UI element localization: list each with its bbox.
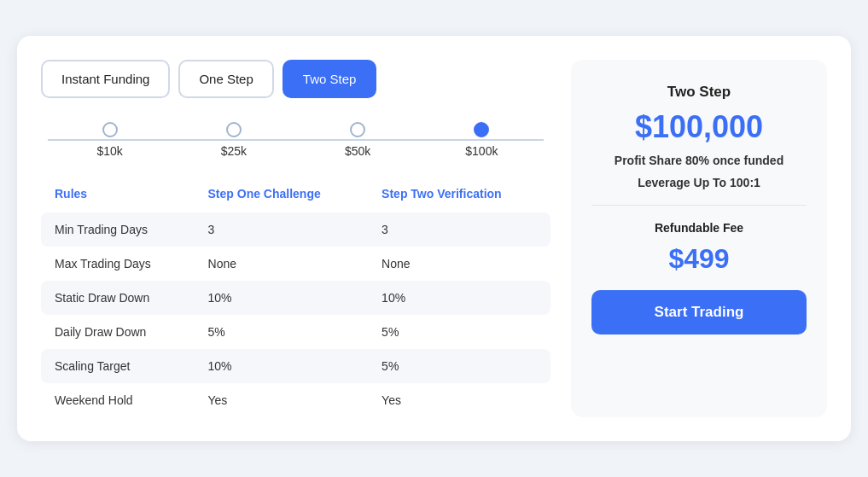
tabs-container: Instant Funding One Step Two Step	[41, 60, 551, 98]
step-one-value: 10%	[195, 349, 369, 383]
profit-share-value: 80% once funded	[685, 154, 784, 167]
rule-name: Weekend Hold	[41, 383, 195, 417]
step-one-value: Yes	[195, 383, 369, 417]
table-row: Static Draw Down 10% 10%	[41, 281, 551, 315]
col-step-two: Step Two Verification	[368, 178, 551, 212]
slider-label-100k: $100k	[465, 144, 498, 158]
table-row: Min Trading Days 3 3	[41, 212, 551, 247]
tab-instant-funding[interactable]: Instant Funding	[41, 60, 170, 98]
leverage-value: Up To 100:1	[694, 176, 760, 189]
step-two-value: 10%	[368, 281, 551, 315]
rule-name: Scaling Target	[41, 349, 195, 383]
step-one-value: None	[195, 247, 369, 281]
col-step-one: Step One Challenge	[195, 178, 369, 212]
table-row: Daily Draw Down 5% 5%	[41, 315, 551, 349]
slider-label-25k: $25k	[221, 144, 247, 158]
step-two-value: 3	[368, 212, 551, 247]
step-two-value: None	[368, 247, 551, 281]
step-two-value: 5%	[368, 349, 551, 383]
rules-table: Rules Step One Challenge Step Two Verifi…	[41, 178, 551, 417]
main-card: Instant Funding One Step Two Step $10k $…	[17, 36, 851, 441]
rule-name: Min Trading Days	[41, 212, 195, 247]
slider-item-50k[interactable]: $50k	[296, 122, 420, 158]
leverage-info: Leverage Up To 100:1	[638, 176, 760, 189]
start-trading-button[interactable]: Start Trading	[591, 290, 807, 334]
refundable-label: Refundable Fee	[655, 221, 743, 235]
fee-amount: $499	[668, 243, 729, 275]
divider	[591, 205, 807, 206]
slider-dot-100k	[474, 122, 489, 137]
account-size-slider: $10k $25k $50k $100k	[41, 122, 551, 158]
step-one-value: 5%	[195, 315, 369, 349]
table-row: Max Trading Days None None	[41, 247, 551, 281]
profit-share-label: Profit Share	[615, 154, 682, 167]
slider-track: $10k $25k $50k $100k	[48, 122, 544, 158]
table-header-row: Rules Step One Challenge Step Two Verifi…	[41, 178, 551, 212]
slider-item-10k[interactable]: $10k	[48, 122, 172, 158]
rule-name: Static Draw Down	[41, 281, 195, 315]
right-title: Two Step	[667, 84, 731, 101]
rule-name: Daily Draw Down	[41, 315, 195, 349]
leverage-label: Leverage	[638, 176, 690, 189]
step-one-value: 10%	[195, 281, 369, 315]
step-one-value: 3	[195, 212, 369, 247]
step-two-value: 5%	[368, 315, 551, 349]
table-row: Weekend Hold Yes Yes	[41, 383, 551, 417]
profit-share-info: Profit Share 80% once funded	[615, 154, 784, 167]
slider-dot-50k	[350, 122, 365, 137]
slider-item-100k[interactable]: $100k	[420, 122, 544, 158]
slider-dot-25k	[226, 122, 242, 137]
tab-two-step[interactable]: Two Step	[283, 60, 377, 98]
step-two-value: Yes	[368, 383, 551, 417]
table-row: Scaling Target 10% 5%	[41, 349, 551, 383]
tab-one-step[interactable]: One Step	[178, 60, 273, 98]
slider-label-50k: $50k	[345, 144, 370, 158]
slider-dot-10k	[102, 122, 118, 137]
right-panel: Two Step $100,000 Profit Share 80% once …	[571, 60, 827, 417]
slider-label-10k: $10k	[96, 144, 122, 158]
right-amount: $100,000	[635, 109, 763, 145]
left-panel: Instant Funding One Step Two Step $10k $…	[41, 60, 551, 417]
col-rules: Rules	[41, 178, 195, 212]
slider-item-25k[interactable]: $25k	[172, 122, 295, 158]
rule-name: Max Trading Days	[41, 247, 195, 281]
